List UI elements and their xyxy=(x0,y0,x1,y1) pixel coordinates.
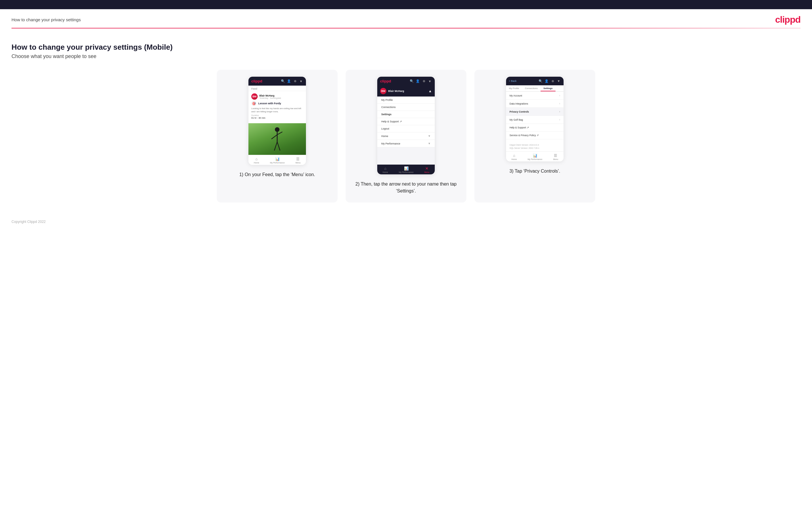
tab-settings[interactable]: Settings xyxy=(541,85,556,91)
home-icon-3: ⌂ xyxy=(513,153,515,158)
settings-item-my-golf-bag[interactable]: My Golf Bag › xyxy=(506,116,564,124)
phone1-nav-menu[interactable]: ☰ Menu xyxy=(296,157,301,164)
phone1-nav-performance-label: My Performance xyxy=(270,162,285,164)
breadcrumb: How to change your privacy settings xyxy=(11,17,81,22)
phone1-lesson-row: 🎯 Lesson with Fordy xyxy=(251,101,303,106)
phone1-author-info: Blair McHarg Yesterday · Sunningdale xyxy=(259,94,281,99)
phone2-menu-performance-label: My Performance xyxy=(381,142,400,145)
settings-icon: ⊕ xyxy=(293,79,297,83)
phone2-menu-home[interactable]: Home ▼ xyxy=(377,132,435,140)
phone3-nav-menu[interactable]: ☰ Menu xyxy=(553,153,558,160)
phone2-username: Blair McHarg xyxy=(388,90,404,93)
phone3-settings-list: My Account › Data Integrations › Privacy… xyxy=(506,92,564,139)
header: How to change your privacy settings clip… xyxy=(0,9,812,28)
phone1-nav-performance: 📊 My Performance xyxy=(270,157,285,164)
phone1-nav-home: ⌂ Home xyxy=(254,157,259,164)
home-icon: ⌂ xyxy=(255,157,258,161)
chevron-right-4: › xyxy=(559,118,560,121)
page-heading: How to change your privacy settings (Mob… xyxy=(11,43,801,52)
privacy-controls-label: Privacy Controls xyxy=(509,110,529,113)
phone1-duration-label: Duration xyxy=(251,114,303,116)
phone2-menu-help[interactable]: Help & Support ↗ xyxy=(377,118,435,125)
settings-item-privacy-controls[interactable]: Privacy Controls › xyxy=(506,108,564,116)
golfer-silhouette xyxy=(268,126,286,155)
step-2-card: clippd 🔍 👤 ⊕ ▼ BM Blair McHarg xyxy=(346,70,466,203)
chevron-up-icon: ▲ xyxy=(428,89,432,93)
svg-line-5 xyxy=(277,142,280,151)
phone1-post: BM Blair McHarg Yesterday · Sunningdale … xyxy=(248,91,306,123)
phone-mockup-3: < Back 🔍 👤 ⊕ ▼ My Profile Connections Se… xyxy=(506,77,564,161)
phone2-menu-logout[interactable]: Logout xyxy=(377,125,435,132)
phone3-nav-performance: 📊 My Performance xyxy=(527,153,542,160)
close-icon: ✕ xyxy=(425,166,428,171)
my-golf-bag-label: My Golf Bag xyxy=(509,118,523,121)
svg-point-0 xyxy=(275,127,280,132)
phone2-nav-performance: 📊 My Performance xyxy=(399,166,413,173)
tab-my-profile[interactable]: My Profile xyxy=(506,85,522,91)
profile-icon: 👤 xyxy=(287,79,291,83)
phone2-menu-settings[interactable]: Settings xyxy=(377,111,435,118)
chevron-right-icon-2: ▼ xyxy=(428,142,431,145)
phone2-menu-performance[interactable]: My Performance ▼ xyxy=(377,140,435,147)
version-line2: GQL Server Version: 2022.7.30-1 xyxy=(509,147,560,150)
search-icon-2: 🔍 xyxy=(410,79,414,83)
phone1-bottom-nav: ⌂ Home 📊 My Performance ☰ Menu xyxy=(248,155,306,165)
phone2-nav-performance-label: My Performance xyxy=(399,171,413,173)
settings-item-data-integrations[interactable]: Data Integrations › xyxy=(506,100,564,108)
page-subheading: Choose what you want people to see xyxy=(11,53,801,59)
chevron-right-1: › xyxy=(559,94,560,97)
logo: clippd xyxy=(775,14,801,25)
step-3-caption: 3) Tap ‘Privacy Controls’. xyxy=(509,168,560,175)
svg-line-4 xyxy=(274,142,277,151)
phone2-menu-home-label: Home xyxy=(381,135,388,137)
step-1-card: clippd 🔍 👤 ⊕ ▼ Feed BM Blair McHar xyxy=(217,70,338,203)
phone1-author-row: BM Blair McHarg Yesterday · Sunningdale xyxy=(251,93,303,100)
lesson-icon: 🎯 xyxy=(251,101,256,106)
home-icon-2: ⌂ xyxy=(384,166,387,171)
phone2-user-row[interactable]: BM Blair McHarg ▲ xyxy=(377,86,435,97)
chevron-right-3: › xyxy=(559,110,560,113)
phone3-nav-menu-label: Menu xyxy=(553,158,558,160)
search-icon: 🔍 xyxy=(281,79,285,83)
settings-item-privacy-policy[interactable]: Service & Privacy Policy ↗ xyxy=(506,131,564,139)
phone3-nav-performance-label: My Performance xyxy=(527,158,542,160)
phone3-back-bar: < Back 🔍 👤 ⊕ ▼ xyxy=(506,77,564,85)
phone2-user-info: BM Blair McHarg xyxy=(380,88,404,94)
phone3-icons: 🔍 👤 ⊕ ▼ xyxy=(539,79,561,83)
phone1-feed-label: Feed xyxy=(248,86,306,91)
svg-line-2 xyxy=(271,135,277,139)
phone2-nav-close[interactable]: ✕ Menu xyxy=(424,166,429,173)
phone1-logo: clippd xyxy=(251,79,262,83)
phone1-icons: 🔍 👤 ⊕ ▼ xyxy=(281,79,303,83)
phone1-nav-menu-label: Menu xyxy=(296,162,301,164)
phone2-avatar: BM xyxy=(380,88,387,94)
phone1-avatar: BM xyxy=(251,93,258,100)
tab-connections[interactable]: Connections xyxy=(522,85,541,91)
menu-icon-2: ▼ xyxy=(428,79,432,83)
search-icon-3: 🔍 xyxy=(539,79,543,83)
footer: Copyright Clippd 2022 xyxy=(0,214,812,231)
back-button[interactable]: < Back xyxy=(509,79,516,82)
phone2-nav-menu-label: Menu xyxy=(424,171,429,173)
privacy-policy-label: Service & Privacy Policy ↗ xyxy=(509,134,539,137)
menu-icon: ▼ xyxy=(299,79,303,83)
settings-item-help[interactable]: Help & Support ↗ xyxy=(506,124,564,131)
phone1-lesson-title: Lesson with Fordy xyxy=(258,102,281,105)
step-3-card: < Back 🔍 👤 ⊕ ▼ My Profile Connections Se… xyxy=(474,70,595,203)
phone2-logo: clippd xyxy=(380,79,391,83)
svg-line-3 xyxy=(277,132,283,135)
phone2-bottom-nav: ⌂ Home 📊 My Performance ✕ Menu xyxy=(377,165,435,174)
data-integrations-label: Data Integrations xyxy=(509,102,528,105)
help-support-label: Help & Support ↗ xyxy=(509,126,529,129)
performance-icon-2: 📊 xyxy=(404,166,409,171)
settings-icon-3: ⊕ xyxy=(551,79,555,83)
main-content: How to change your privacy settings (Mob… xyxy=(0,37,812,214)
phone2-menu-profile[interactable]: My Profile xyxy=(377,97,435,104)
my-account-label: My Account xyxy=(509,94,522,97)
phone2-menu-connections[interactable]: Connections xyxy=(377,104,435,111)
step-2-caption: 2) Then, tap the arrow next to your name… xyxy=(353,181,459,194)
chevron-right-2: › xyxy=(559,102,560,105)
phone2-icons: 🔍 👤 ⊕ ▼ xyxy=(410,79,432,83)
settings-item-my-account[interactable]: My Account › xyxy=(506,92,564,100)
top-bar xyxy=(0,0,812,9)
